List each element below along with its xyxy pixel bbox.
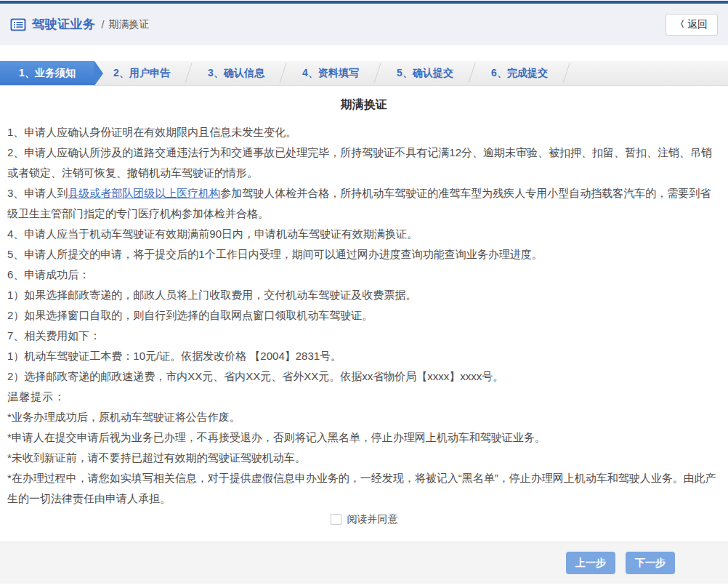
list-icon [10,18,26,31]
breadcrumb-current: 期满换证 [108,18,149,31]
step-tab-1[interactable]: 1、业务须知 [0,61,94,85]
page-header: 驾驶证业务 / 期满换证 〈 返回 [0,4,728,45]
agree-label[interactable]: 阅读并同意 [347,513,398,525]
step-tab-2-label: 2、用户申告 [113,67,170,80]
back-button[interactable]: 〈 返回 [666,14,718,36]
step-tab-4[interactable]: 4、资料填写 [283,61,378,85]
notice-item-3-pre: 3、申请人到 [7,187,68,199]
notice-item-6-2: 2）如果选择窗口自取的，则自行到选择的自取网点窗口领取机动车驾驶证。 [7,305,721,326]
notice-item-4: 4、申请人应当于机动车驾驶证有效期满前90日内，申请机动车驾驶证有效期满换证。 [7,224,721,244]
back-button-label: 返回 [687,18,708,31]
breadcrumb: 驾驶证业务 / 期满换证 [10,16,149,33]
notice-item-6: 6、申请成功后： [7,265,721,285]
step-tab-3[interactable]: 3、确认信息 [189,61,283,85]
step-tab-5[interactable]: 5、确认提交 [378,61,472,85]
medical-institution-link[interactable]: 县级或者部队团级以上医疗机构 [68,187,220,199]
step-tab-5-label: 5、确认提交 [397,67,453,80]
notice-item-3: 3、申请人到县级或者部队团级以上医疗机构参加驾驶人体检并合格，所持机动车驾驶证的… [7,183,721,224]
notice-item-2: 2、申请人应确认所涉及的道路交通违法行为和交通事故已处理完毕，所持驾驶证不具有记… [7,142,721,183]
agree-row: 阅读并同意 [7,513,721,526]
agree-checkbox[interactable] [331,514,341,525]
tip-item-3: *未收到新证前，请不要持已超过有效期的驾驶证驾驶机动车。 [7,448,721,468]
notice-content: 期满换证 1、申请人应确认身份证明在有效期限内且信息未发生变化。 2、申请人应确… [0,86,728,526]
notice-item-7-1: 1）机动车驾驶证工本费：10元/证。依据发改价格 【2004】2831号。 [7,346,721,366]
tip-item-4: *在办理过程中，请您如实填写相关信息，对于提供虚假信息申办业务的，一经发现，将被… [7,468,721,509]
step-tab-4-label: 4、资料填写 [302,67,359,80]
notice-item-6-1: 1）如果选择邮政寄递的，邮政人员将上门收取费用，交付机动车驾驶证及收费票据。 [7,285,721,305]
notice-item-7-2: 2）选择邮政寄递的邮政速递费，市内XX元、省内XX元、省外XX元。依据xx省物价… [7,366,721,387]
service-category-title: 驾驶证业务 [32,16,96,33]
notice-item-7: 7、相关费用如下： [7,326,721,346]
step-tab-6[interactable]: 6、完成提交 [472,61,567,85]
page-title: 期满换证 [7,97,721,113]
step-tabs: 1、业务须知 2、用户申告 3、确认信息 4、资料填写 5、确认提交 6、完成提… [0,61,728,86]
step-tab-3-label: 3、确认信息 [208,67,264,80]
tips-title: 温馨提示： [7,387,721,407]
breadcrumb-separator: / [102,19,105,31]
tip-item-2: *申请人在提交申请后视为业务已办理，不再接受退办，否则将记入黑名单，停止办理网上… [7,427,721,448]
step-tab-1-label: 1、业务须知 [19,67,76,80]
notice-item-1: 1、申请人应确认身份证明在有效期限内且信息未发生变化。 [7,122,721,142]
tip-item-1: *业务办理成功后，原机动车驾驶证将公告作废。 [7,407,721,427]
chevron-left-icon: 〈 [676,18,684,31]
step-tab-2[interactable]: 2、用户申告 [94,61,189,85]
step-tab-6-label: 6、完成提交 [491,67,548,80]
footer-bar: 上一步 下一步 [0,541,728,584]
prev-step-button[interactable]: 上一步 [566,552,615,574]
notice-item-5: 5、申请人所提交的申请，将于提交后的1个工作日内受理，期间可以通过网办进度查询功… [7,244,721,265]
next-step-button[interactable]: 下一步 [626,552,675,574]
